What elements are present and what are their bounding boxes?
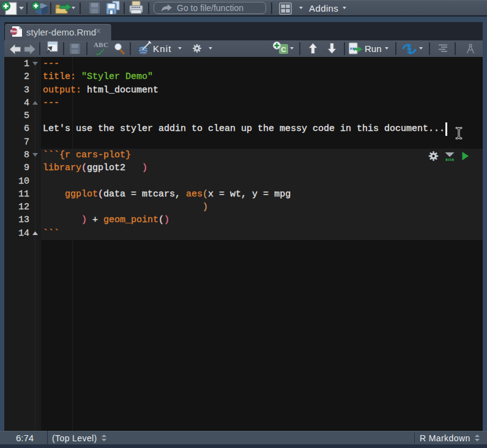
- svg-text:C: C: [281, 46, 286, 53]
- svg-text:Rmd: Rmd: [10, 29, 18, 33]
